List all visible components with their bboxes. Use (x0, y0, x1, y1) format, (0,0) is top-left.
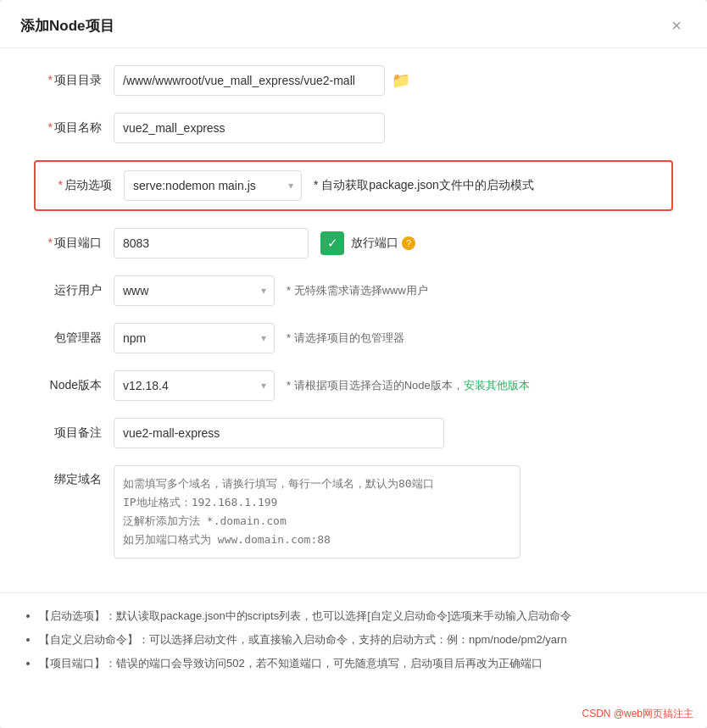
watermark: CSDN @web网页搞注主 (582, 707, 693, 721)
required-star-3: * (58, 178, 63, 192)
footer-notes: 【启动选项】：默认读取package.json中的scripts列表，也可以选择… (0, 605, 707, 692)
node-select[interactable]: v12.18.4 (114, 370, 275, 401)
run-user-label: 运行用户 (34, 283, 102, 298)
modal-title: 添加Node项目 (20, 16, 114, 36)
port-open-label: 放行端口 (351, 236, 398, 251)
project-dir-input[interactable] (114, 65, 385, 96)
folder-icon: 📁 (392, 72, 410, 89)
port-help-icon[interactable]: ? (402, 236, 415, 250)
required-star-2: * (48, 120, 53, 134)
startup-select[interactable]: serve:nodemon main.js (124, 170, 302, 201)
pkg-select[interactable]: npm (114, 323, 275, 353)
required-star: * (48, 73, 53, 86)
pkg-manager-row: 包管理器 npm ▾ * 请选择项目的包管理器 (34, 323, 673, 353)
port-input[interactable] (114, 228, 309, 258)
domain-textarea[interactable] (114, 465, 521, 559)
startup-select-wrapper: serve:nodemon main.js ▾ (124, 170, 302, 201)
node-note: * 请根据项目选择合适的Node版本， (287, 378, 464, 393)
divider (0, 592, 707, 593)
project-name-label: *项目名称 (34, 120, 102, 136)
footer-note-1: 【启动选项】：默认读取package.json中的scripts列表，也可以选择… (39, 605, 687, 627)
remark-row: 项目备注 (34, 418, 673, 448)
startup-note: * 自动获取package.json文件中的启动模式 (314, 178, 534, 193)
node-version-row: Node版本 v12.18.4 ▾ * 请根据项目选择合适的Node版本， 安装… (34, 370, 673, 401)
startup-option-row: *启动选项 serve:nodemon main.js ▾ * 自动获取pack… (34, 160, 673, 211)
modal-body: *项目目录 📁 *项目名称 *启动选项 serve:nodemon main.j… (0, 48, 707, 584)
remark-input[interactable] (114, 418, 444, 448)
user-note: * 无特殊需求请选择www用户 (287, 283, 428, 298)
pkg-note: * 请选择项目的包管理器 (287, 331, 404, 346)
footer-note-2: 【自定义启动命令】：可以选择启动文件，或直接输入启动命令，支持的启动方式：例：n… (39, 629, 687, 651)
project-dir-label: *项目目录 (34, 73, 102, 88)
modal-header: 添加Node项目 × (0, 0, 707, 48)
node-label: Node版本 (34, 378, 102, 393)
domain-row: 绑定域名 (34, 465, 673, 559)
port-open-check-icon[interactable]: ✓ (320, 231, 344, 255)
domain-label: 绑定域名 (34, 465, 102, 487)
install-other-version-link[interactable]: 安装其他版本 (464, 378, 530, 393)
pkg-label: 包管理器 (34, 331, 102, 346)
project-dir-row: *项目目录 📁 (34, 65, 673, 96)
port-label: *项目端口 (34, 236, 102, 251)
add-node-project-modal: 添加Node项目 × *项目目录 📁 *项目名称 *启动选项 (0, 0, 707, 728)
run-user-row: 运行用户 www ▾ * 无特殊需求请选择www用户 (34, 275, 673, 306)
footer-note-3: 【项目端口】：错误的端口会导致访问502，若不知道端口，可先随意填写，启动项目后… (39, 653, 687, 675)
required-star-4: * (48, 236, 53, 249)
folder-button[interactable]: 📁 (392, 71, 410, 90)
user-select-wrapper: www ▾ (114, 275, 275, 306)
remark-label: 项目备注 (34, 425, 102, 441)
user-select[interactable]: www (114, 275, 275, 306)
project-name-row: *项目名称 (34, 113, 673, 143)
startup-label: *启动选项 (44, 178, 112, 193)
project-name-input[interactable] (114, 113, 385, 143)
node-select-wrapper: v12.18.4 ▾ (114, 370, 275, 401)
pkg-select-wrapper: npm ▾ (114, 323, 275, 353)
project-port-row: *项目端口 ✓ 放行端口 ? (34, 228, 673, 258)
close-button[interactable]: × (666, 15, 687, 36)
